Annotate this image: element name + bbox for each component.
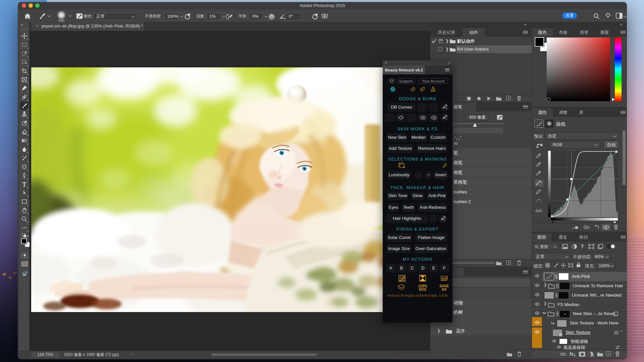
svg-text:S: S [446,108,447,110]
svg-text:2: 2 [444,219,445,221]
svg-text:L: L [446,118,447,120]
svg-text:SMART: SMART [442,277,448,279]
svg-text:x: x [424,118,425,120]
svg-text:c: c [435,118,436,120]
